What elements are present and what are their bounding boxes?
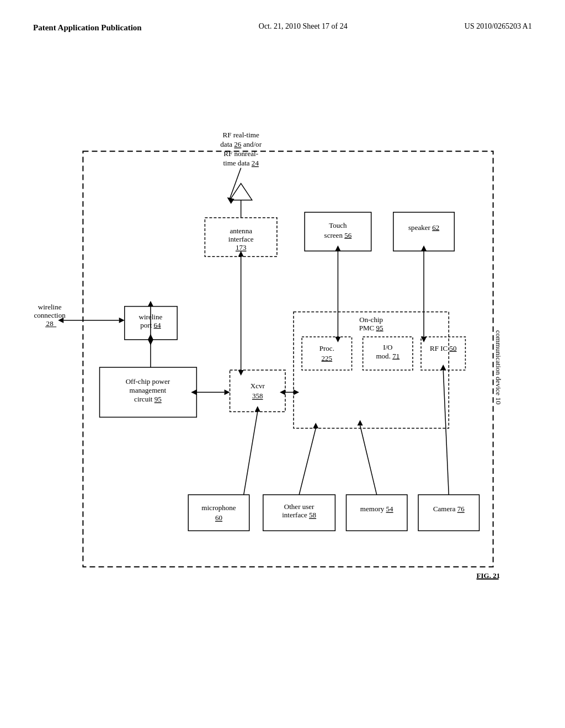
svg-line-34 — [230, 168, 241, 198]
svg-marker-76 — [358, 420, 363, 425]
svg-text:I/O: I/O — [383, 343, 392, 351]
svg-line-75 — [360, 426, 377, 495]
svg-text:Touch: Touch — [329, 221, 347, 229]
svg-text:225: 225 — [322, 354, 333, 362]
svg-text:antenna: antenna — [230, 227, 252, 235]
svg-marker-84 — [148, 340, 153, 345]
svg-text:data 26 and/or: data 26 and/or — [220, 140, 262, 148]
svg-line-66 — [244, 411, 258, 495]
svg-marker-28 — [238, 370, 244, 376]
svg-text:wireline: wireline — [38, 303, 62, 311]
svg-text:microphone: microphone — [201, 504, 236, 512]
figure-label: FIG. 21 — [477, 571, 500, 580]
svg-text:memory 54: memory 54 — [360, 505, 393, 513]
svg-rect-41 — [302, 337, 351, 370]
comm-device-label: communication device 10 — [494, 330, 503, 405]
svg-text:173: 173 — [236, 243, 247, 251]
svg-marker-18 — [225, 389, 230, 395]
svg-text:Other user: Other user — [284, 502, 315, 511]
svg-text:On-chip: On-chip — [359, 315, 383, 324]
svg-text:interface: interface — [228, 235, 254, 243]
svg-text:Proc.: Proc. — [319, 344, 334, 352]
svg-marker-6 — [119, 318, 125, 323]
svg-text:mod. 71: mod. 71 — [376, 352, 399, 360]
svg-text:60: 60 — [215, 513, 223, 522]
svg-text:Camera 76: Camera 76 — [433, 505, 465, 513]
svg-marker-29 — [238, 251, 244, 256]
svg-text:screen 56: screen 56 — [324, 231, 352, 239]
diagram-area: communication device 10 wireline connect… — [33, 45, 532, 679]
svg-text:connection: connection — [34, 311, 66, 319]
svg-text:management: management — [130, 386, 167, 394]
svg-marker-67 — [255, 406, 260, 411]
svg-marker-19 — [191, 389, 196, 395]
svg-text:PMC 95: PMC 95 — [359, 324, 383, 332]
svg-marker-83 — [148, 301, 153, 307]
svg-text:circuit 95: circuit 95 — [134, 395, 162, 403]
svg-rect-20 — [230, 370, 285, 411]
patent-diagram-svg: communication device 10 wireline connect… — [33, 45, 532, 679]
header-patent-number: US 2010/0265203 A1 — [465, 22, 532, 31]
svg-marker-50 — [294, 389, 299, 395]
svg-line-79 — [443, 370, 449, 495]
header-date-sheet: Oct. 21, 2010 Sheet 17 of 24 — [259, 22, 348, 31]
svg-text:28: 28 — [46, 319, 54, 328]
svg-text:speaker 62: speaker 62 — [408, 223, 439, 232]
svg-marker-58 — [335, 337, 340, 342]
svg-marker-36 — [230, 184, 252, 200]
svg-marker-80 — [440, 365, 446, 370]
svg-text:interface 58: interface 58 — [282, 511, 316, 519]
svg-text:time data 24: time data 24 — [223, 159, 259, 167]
svg-text:Xcvr: Xcvr — [250, 382, 265, 390]
svg-text:RF real-time: RF real-time — [223, 131, 260, 139]
svg-text:RF IC 50: RF IC 50 — [430, 344, 457, 352]
svg-marker-72 — [313, 422, 318, 428]
svg-line-71 — [299, 429, 316, 495]
svg-marker-51 — [280, 389, 285, 395]
svg-marker-59 — [335, 245, 340, 251]
svg-text:Off-chip power: Off-chip power — [126, 377, 170, 386]
page: Patent Application Publication Oct. 21, … — [0, 0, 565, 728]
header-publication-title: Patent Application Publication — [33, 22, 142, 34]
svg-text:RF nonreal-: RF nonreal- — [223, 149, 258, 158]
svg-text:358: 358 — [252, 392, 263, 400]
svg-rect-63 — [188, 495, 249, 531]
svg-marker-61 — [421, 337, 427, 342]
svg-marker-62 — [421, 245, 427, 251]
page-header: Patent Application Publication Oct. 21, … — [33, 22, 532, 34]
